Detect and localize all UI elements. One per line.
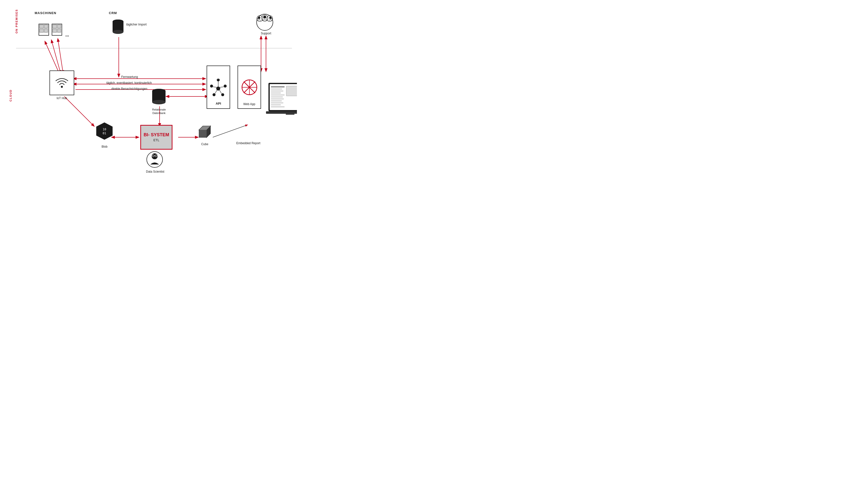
svg-line-2 bbox=[46, 43, 59, 74]
svg-point-43 bbox=[221, 93, 224, 96]
svg-rect-84 bbox=[271, 104, 281, 105]
svg-rect-78 bbox=[271, 93, 281, 94]
svg-point-28 bbox=[113, 30, 123, 34]
svg-rect-82 bbox=[271, 100, 282, 101]
svg-point-37 bbox=[61, 86, 63, 88]
svg-point-29 bbox=[113, 20, 123, 24]
web-app-box: Web App bbox=[238, 66, 261, 109]
svg-rect-86 bbox=[286, 86, 297, 96]
svg-rect-24 bbox=[53, 29, 57, 32]
svg-rect-97 bbox=[286, 114, 294, 115]
cube-icon: Cube bbox=[195, 122, 214, 146]
svg-rect-79 bbox=[271, 94, 284, 95]
svg-point-57 bbox=[152, 100, 165, 104]
svg-point-33 bbox=[263, 15, 266, 19]
svg-point-42 bbox=[213, 93, 216, 96]
svg-rect-76 bbox=[271, 89, 282, 90]
svg-rect-18 bbox=[44, 25, 48, 28]
svg-rect-85 bbox=[271, 106, 284, 107]
svg-point-40 bbox=[210, 85, 213, 88]
svg-rect-17 bbox=[39, 25, 43, 28]
svg-text:10: 10 bbox=[103, 128, 106, 131]
svg-rect-83 bbox=[271, 102, 283, 103]
svg-rect-23 bbox=[57, 25, 61, 28]
taglicher-import-label: täglicher Import bbox=[126, 23, 147, 26]
svg-line-47 bbox=[215, 90, 217, 94]
iot-hub-label: IoT Hub bbox=[53, 96, 70, 100]
svg-line-5 bbox=[64, 96, 94, 126]
svg-point-58 bbox=[152, 89, 165, 93]
svg-text:A: A bbox=[217, 77, 219, 80]
svg-line-46 bbox=[220, 87, 224, 87]
svg-point-41 bbox=[224, 85, 227, 88]
support-icon bbox=[255, 13, 275, 32]
embedded-report-label: Embedded Report bbox=[236, 141, 260, 145]
data-scientist-icon: Data Scientist bbox=[146, 151, 164, 173]
svg-rect-81 bbox=[271, 98, 284, 99]
svg-line-48 bbox=[219, 90, 221, 94]
bi-system-box: BI- SYSTEM ETL bbox=[140, 125, 173, 150]
svg-rect-75 bbox=[271, 86, 284, 88]
svg-line-13 bbox=[213, 125, 247, 137]
crm-label: CRM bbox=[109, 11, 117, 15]
svg-marker-59 bbox=[96, 122, 113, 140]
iot-hub-box bbox=[50, 70, 74, 95]
crm-database bbox=[111, 19, 125, 37]
fernwartung-label: Fernwartung bbox=[121, 75, 138, 78]
support-label: Support bbox=[258, 32, 273, 35]
svg-rect-19 bbox=[39, 29, 43, 32]
blob-icon: 10 01 Blob bbox=[94, 121, 115, 149]
laptop: Compute Errors Fridge bbox=[266, 82, 297, 121]
svg-line-45 bbox=[213, 87, 217, 87]
svg-rect-20 bbox=[44, 29, 48, 32]
machines-group: ... bbox=[38, 24, 69, 41]
svg-point-38 bbox=[216, 87, 220, 91]
zone-on-premises: ON PREMISES bbox=[15, 9, 18, 33]
svg-rect-22 bbox=[53, 25, 57, 28]
svg-point-69 bbox=[152, 153, 158, 159]
relational-db: RelationaleDatenbank bbox=[151, 88, 167, 115]
zone-cloud: CLOUD bbox=[9, 89, 12, 101]
svg-text:01: 01 bbox=[103, 132, 106, 135]
direkte-label: direkte Benachrichtigungen bbox=[111, 87, 147, 91]
svg-line-3 bbox=[52, 42, 61, 73]
svg-rect-80 bbox=[271, 96, 283, 97]
svg-marker-65 bbox=[199, 130, 207, 137]
svg-rect-77 bbox=[271, 91, 283, 92]
taglich-label: täglich, eventbasiert, kontinuierlich bbox=[106, 81, 152, 85]
api-box: A API bbox=[207, 66, 230, 109]
svg-rect-96 bbox=[266, 111, 297, 114]
maschinen-label: MASCHINEN bbox=[35, 11, 56, 15]
svg-line-4 bbox=[58, 41, 63, 73]
svg-rect-25 bbox=[57, 29, 61, 32]
